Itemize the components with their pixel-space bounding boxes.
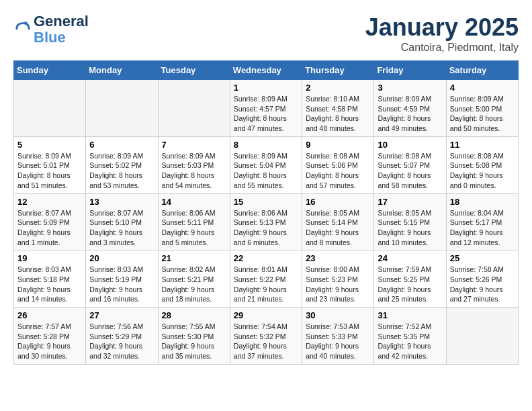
day-info: Sunrise: 7:53 AM Sunset: 5:33 PM Dayligh… [306, 322, 370, 361]
calendar-cell [86, 80, 158, 137]
day-number: 25 [450, 253, 515, 263]
calendar-cell: 5Sunrise: 8:09 AM Sunset: 5:01 PM Daylig… [14, 136, 86, 193]
calendar-week-2: 5Sunrise: 8:09 AM Sunset: 5:01 PM Daylig… [14, 136, 519, 193]
logo: General Blue [13, 13, 89, 46]
day-number: 24 [378, 253, 442, 263]
calendar-cell [446, 308, 518, 365]
weekday-header-tuesday: Tuesday [158, 61, 230, 80]
day-info: Sunrise: 7:59 AM Sunset: 5:25 PM Dayligh… [378, 265, 442, 304]
day-number: 20 [89, 253, 154, 263]
logo-line1: General [34, 13, 89, 30]
calendar-week-3: 12Sunrise: 8:07 AM Sunset: 5:09 PM Dayli… [14, 193, 519, 250]
weekday-header-friday: Friday [374, 61, 446, 80]
calendar-cell [14, 80, 86, 137]
calendar-table: SundayMondayTuesdayWednesdayThursdayFrid… [13, 60, 519, 365]
weekday-header-monday: Monday [86, 61, 158, 80]
calendar-cell: 19Sunrise: 8:03 AM Sunset: 5:18 PM Dayli… [14, 250, 86, 308]
day-info: Sunrise: 8:05 AM Sunset: 5:14 PM Dayligh… [306, 208, 370, 248]
day-number: 13 [89, 197, 154, 207]
day-number: 16 [306, 197, 370, 207]
weekday-header-wednesday: Wednesday [230, 61, 302, 80]
day-info: Sunrise: 8:08 AM Sunset: 5:08 PM Dayligh… [450, 151, 515, 191]
calendar-week-5: 26Sunrise: 7:57 AM Sunset: 5:28 PM Dayli… [14, 308, 519, 365]
day-number: 5 [17, 140, 82, 150]
month-title: January 2025 [365, 13, 519, 42]
day-info: Sunrise: 8:07 AM Sunset: 5:09 PM Dayligh… [17, 208, 82, 248]
calendar-cell: 8Sunrise: 8:09 AM Sunset: 5:04 PM Daylig… [230, 136, 302, 193]
weekday-header-saturday: Saturday [446, 61, 518, 80]
calendar-cell: 16Sunrise: 8:05 AM Sunset: 5:14 PM Dayli… [302, 193, 374, 250]
day-info: Sunrise: 8:10 AM Sunset: 4:58 PM Dayligh… [306, 94, 370, 134]
day-number: 14 [162, 197, 226, 207]
day-number: 30 [306, 310, 370, 320]
calendar-cell: 15Sunrise: 8:06 AM Sunset: 5:13 PM Dayli… [230, 193, 302, 250]
day-number: 22 [234, 253, 298, 263]
calendar-cell: 22Sunrise: 8:01 AM Sunset: 5:22 PM Dayli… [230, 250, 302, 308]
day-number: 21 [162, 253, 226, 263]
calendar-cell: 17Sunrise: 8:05 AM Sunset: 5:15 PM Dayli… [374, 193, 446, 250]
day-info: Sunrise: 7:54 AM Sunset: 5:32 PM Dayligh… [234, 322, 298, 361]
calendar-cell: 12Sunrise: 8:07 AM Sunset: 5:09 PM Dayli… [14, 193, 86, 250]
day-info: Sunrise: 8:08 AM Sunset: 5:06 PM Dayligh… [306, 151, 370, 191]
day-info: Sunrise: 8:03 AM Sunset: 5:19 PM Dayligh… [89, 265, 154, 304]
day-info: Sunrise: 8:04 AM Sunset: 5:17 PM Dayligh… [450, 208, 515, 248]
calendar-cell: 10Sunrise: 8:08 AM Sunset: 5:07 PM Dayli… [374, 136, 446, 193]
calendar-cell: 14Sunrise: 8:06 AM Sunset: 5:11 PM Dayli… [158, 193, 230, 250]
calendar-cell: 31Sunrise: 7:52 AM Sunset: 5:35 PM Dayli… [374, 308, 446, 365]
day-info: Sunrise: 8:09 AM Sunset: 4:57 PM Dayligh… [234, 94, 298, 134]
day-info: Sunrise: 8:09 AM Sunset: 5:00 PM Dayligh… [450, 94, 515, 134]
title-block: January 2025 Cantoira, Piedmont, Italy [365, 13, 519, 54]
calendar-cell: 28Sunrise: 7:55 AM Sunset: 5:30 PM Dayli… [158, 308, 230, 365]
page-header: General Blue January 2025 Cantoira, Pied… [13, 13, 519, 54]
day-number: 11 [450, 140, 515, 150]
day-number: 15 [234, 197, 298, 207]
day-info: Sunrise: 7:58 AM Sunset: 5:26 PM Dayligh… [450, 265, 515, 304]
weekday-header-sunday: Sunday [14, 61, 86, 80]
day-number: 18 [450, 197, 515, 207]
calendar-cell: 6Sunrise: 8:09 AM Sunset: 5:02 PM Daylig… [86, 136, 158, 193]
calendar-cell: 29Sunrise: 7:54 AM Sunset: 5:32 PM Dayli… [230, 308, 302, 365]
calendar-cell [158, 80, 230, 137]
day-number: 26 [17, 310, 82, 320]
day-info: Sunrise: 7:56 AM Sunset: 5:29 PM Dayligh… [89, 322, 154, 361]
calendar-cell: 3Sunrise: 8:09 AM Sunset: 4:59 PM Daylig… [374, 80, 446, 137]
day-number: 4 [450, 83, 515, 93]
weekday-header-thursday: Thursday [302, 61, 374, 80]
calendar-cell: 7Sunrise: 8:09 AM Sunset: 5:03 PM Daylig… [158, 136, 230, 193]
day-info: Sunrise: 8:02 AM Sunset: 5:21 PM Dayligh… [162, 265, 226, 304]
calendar-cell: 9Sunrise: 8:08 AM Sunset: 5:06 PM Daylig… [302, 136, 374, 193]
day-number: 27 [89, 310, 154, 320]
day-number: 23 [306, 253, 370, 263]
location-subtitle: Cantoira, Piedmont, Italy [365, 42, 519, 54]
day-info: Sunrise: 7:57 AM Sunset: 5:28 PM Dayligh… [17, 322, 82, 361]
logo-line2: Blue [34, 30, 89, 46]
day-number: 17 [378, 197, 442, 207]
day-info: Sunrise: 8:08 AM Sunset: 5:07 PM Dayligh… [378, 151, 442, 191]
day-number: 8 [234, 140, 298, 150]
day-number: 28 [162, 310, 226, 320]
day-info: Sunrise: 8:00 AM Sunset: 5:23 PM Dayligh… [306, 265, 370, 304]
calendar-cell: 11Sunrise: 8:08 AM Sunset: 5:08 PM Dayli… [446, 136, 518, 193]
calendar-cell: 27Sunrise: 7:56 AM Sunset: 5:29 PM Dayli… [86, 308, 158, 365]
day-info: Sunrise: 8:09 AM Sunset: 5:01 PM Dayligh… [17, 151, 82, 191]
day-info: Sunrise: 8:07 AM Sunset: 5:10 PM Dayligh… [89, 208, 154, 248]
day-info: Sunrise: 8:09 AM Sunset: 5:04 PM Dayligh… [234, 151, 298, 191]
calendar-cell: 20Sunrise: 8:03 AM Sunset: 5:19 PM Dayli… [86, 250, 158, 308]
calendar-cell: 26Sunrise: 7:57 AM Sunset: 5:28 PM Dayli… [14, 308, 86, 365]
day-info: Sunrise: 8:06 AM Sunset: 5:11 PM Dayligh… [162, 208, 226, 248]
calendar-cell: 4Sunrise: 8:09 AM Sunset: 5:00 PM Daylig… [446, 80, 518, 137]
day-info: Sunrise: 8:06 AM Sunset: 5:13 PM Dayligh… [234, 208, 298, 248]
day-number: 1 [234, 83, 298, 93]
calendar-cell: 24Sunrise: 7:59 AM Sunset: 5:25 PM Dayli… [374, 250, 446, 308]
day-number: 19 [17, 253, 82, 263]
day-info: Sunrise: 8:09 AM Sunset: 4:59 PM Dayligh… [378, 94, 442, 134]
day-number: 2 [306, 83, 370, 93]
day-number: 10 [378, 140, 442, 150]
day-number: 9 [306, 140, 370, 150]
day-number: 7 [162, 140, 226, 150]
calendar-week-4: 19Sunrise: 8:03 AM Sunset: 5:18 PM Dayli… [14, 250, 519, 308]
day-number: 6 [89, 140, 154, 150]
day-info: Sunrise: 8:01 AM Sunset: 5:22 PM Dayligh… [234, 265, 298, 304]
day-number: 31 [378, 310, 442, 320]
calendar-cell: 18Sunrise: 8:04 AM Sunset: 5:17 PM Dayli… [446, 193, 518, 250]
